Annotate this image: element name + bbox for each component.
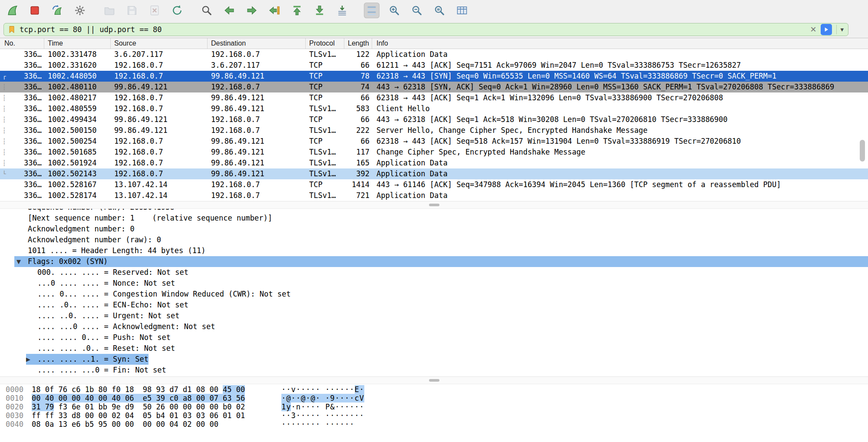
hex-row[interactable]: 001000 40 00 00 40 00 40 06 e5 39 c0 a8 … — [0, 394, 868, 402]
cell-time: 1002.448050 — [44, 71, 111, 82]
related-packet-marker — [0, 60, 9, 71]
hex-ascii: ··3····· ········ — [281, 411, 364, 420]
detail-line[interactable]: ▼Flags: 0x002 (SYN) — [0, 256, 868, 267]
cell-destination: 99.86.49.121 — [208, 136, 306, 147]
column-header-info[interactable]: Info — [372, 38, 868, 49]
collapse-arrow-icon[interactable]: ▼ — [17, 256, 28, 267]
display-filter-input[interactable]: tcp.port == 80 || udp.port == 80 ✕ ▾ — [3, 23, 848, 36]
packet-details-pane: Sequence number (raw): 2665041958[Next s… — [0, 209, 868, 376]
detail-line[interactable]: .... .... .0.. = Reset: Not set — [0, 343, 868, 354]
packet-list-scrollbar[interactable] — [860, 140, 865, 162]
cell-length: 583 — [344, 103, 372, 114]
hex-row[interactable]: 000018 0f 76 c6 1b 80 f0 18 98 93 d7 d1 … — [0, 385, 868, 394]
detail-line[interactable]: .... .0.. .... = ECN-Echo: Not set — [0, 300, 868, 310]
go-to-packet-button[interactable] — [267, 3, 282, 18]
colorize-button[interactable] — [364, 3, 380, 18]
cell-source: 99.86.49.121 — [111, 125, 208, 136]
auto-scroll-button[interactable] — [334, 3, 350, 18]
zoom-out-button[interactable] — [409, 3, 425, 18]
packet-row[interactable]: ┆336…1002.501685192.168.0.799.86.49.121T… — [0, 147, 868, 158]
column-header-destination[interactable]: Destination — [208, 38, 306, 49]
go-to-bottom-button[interactable] — [312, 3, 327, 18]
pane-splitter-bottom[interactable] — [0, 376, 868, 384]
cell-protocol: TLSv1… — [306, 158, 344, 168]
packet-row[interactable]: 336…1002.52817413.107.42.14192.168.0.7TL… — [0, 190, 868, 201]
filter-history-chevron-icon[interactable]: ▾ — [840, 26, 845, 33]
related-packet-marker: ┆ — [0, 114, 9, 125]
expand-arrow-icon[interactable]: ▶ — [26, 354, 37, 365]
packet-row[interactable]: 336…1002.331620192.168.0.73.6.207.117TCP… — [0, 60, 868, 71]
zoom-reset-button[interactable] — [432, 3, 447, 18]
pane-splitter-top[interactable] — [0, 201, 868, 209]
detail-line[interactable]: Acknowledgment number: 0 — [0, 224, 868, 234]
detail-line[interactable]: ▶.... .... ..1. = Syn: Set — [0, 354, 868, 365]
column-header-no[interactable]: No. — [0, 38, 44, 49]
detail-line[interactable]: 1011 .... = Header Length: 44 bytes (11) — [0, 245, 868, 256]
packet-row[interactable]: ┆336…1002.50015099.86.49.121192.168.0.7T… — [0, 125, 868, 136]
related-packet-marker — [0, 179, 9, 190]
cell-time: 1002.480559 — [44, 103, 111, 114]
related-packet-marker: ┆ — [0, 158, 9, 168]
packet-row[interactable]: └336…1002.502143192.168.0.799.86.49.121T… — [0, 168, 868, 179]
restart-capture-button[interactable] — [50, 3, 65, 18]
go-back-button[interactable] — [221, 3, 237, 18]
capture-options-button[interactable] — [72, 3, 88, 18]
filter-apply-button[interactable] — [821, 24, 832, 35]
packet-row[interactable]: ┆336…1002.480559192.168.0.799.86.49.121T… — [0, 103, 868, 114]
packet-row[interactable]: ┆336…1002.501924192.168.0.799.86.49.121T… — [0, 158, 868, 168]
cell-protocol: TCP — [306, 92, 344, 103]
packet-row[interactable]: 336…1002.52816713.107.42.14192.168.0.7TC… — [0, 179, 868, 190]
cell-destination: 99.86.49.121 — [208, 92, 306, 103]
column-header-protocol[interactable]: Protocol — [306, 38, 344, 49]
filter-bookmark-icon[interactable] — [7, 25, 16, 34]
go-forward-button[interactable] — [244, 3, 260, 18]
zoom-reset-icon — [433, 4, 446, 16]
cell-time: 1002.501685 — [44, 147, 111, 158]
hex-row[interactable]: 002031 79 f3 6e 01 bb 9e d9 50 26 00 00 … — [0, 402, 868, 411]
cell-source: 192.168.0.7 — [111, 168, 208, 179]
expander-spacer — [17, 209, 28, 213]
packet-row[interactable]: ┆336…1002.500254192.168.0.799.86.49.121T… — [0, 136, 868, 147]
detail-text: .... .... 0... = Push: Not set — [37, 332, 171, 343]
column-header-source[interactable]: Source — [111, 38, 208, 49]
start-capture-button[interactable] — [4, 3, 20, 18]
detail-line[interactable]: .... .... 0... = Push: Not set — [0, 332, 868, 343]
packet-row[interactable]: ┆336…1002.480217192.168.0.799.86.49.121T… — [0, 92, 868, 103]
find-packet-button[interactable] — [199, 3, 215, 18]
stop-capture-button[interactable] — [27, 3, 43, 18]
cell-destination: 99.86.49.121 — [208, 158, 306, 168]
detail-line[interactable]: .... ..0. .... = Urgent: Not set — [0, 310, 868, 321]
cell-info: 443 → 62318 [SYN, ACK] Seq=0 Ack=1 Win=2… — [372, 82, 868, 92]
hex-row[interactable]: 004008 0a 13 e6 b5 95 00 00 00 00 04 02 … — [0, 420, 868, 429]
detail-line[interactable]: Acknowledgment number (raw): 0 — [0, 234, 868, 245]
filter-clear-icon[interactable]: ✕ — [805, 25, 821, 34]
packet-row[interactable]: ┌336…1002.448050192.168.0.799.86.49.121T… — [0, 71, 868, 82]
detail-line[interactable]: Sequence number (raw): 2665041958 — [0, 209, 868, 213]
packet-row[interactable]: ┆336…1002.49943499.86.49.121192.168.0.7T… — [0, 114, 868, 125]
cell-no: 336… — [9, 82, 44, 92]
detail-text: .... .... ...0 = Fin: Not set — [37, 365, 166, 376]
zoom-in-button[interactable] — [386, 3, 402, 18]
resize-columns-button[interactable] — [454, 3, 470, 18]
detail-line[interactable]: 000. .... .... = Reserved: Not set — [0, 267, 868, 278]
detail-line[interactable]: .... 0... .... = Congestion Window Reduc… — [0, 289, 868, 300]
column-header-length[interactable]: Length — [344, 38, 372, 49]
detail-line[interactable]: [Next sequence number: 1 (relative seque… — [0, 213, 868, 224]
column-header-time[interactable]: Time — [44, 38, 111, 49]
detail-line[interactable]: ...0 .... .... = Nonce: Not set — [0, 278, 868, 289]
restart-fin-icon — [51, 4, 63, 16]
cell-destination: 192.168.0.7 — [208, 82, 306, 92]
detail-line[interactable]: .... ...0 .... = Acknowledgment: Not set — [0, 321, 868, 332]
packet-row[interactable]: 336…1002.3314783.6.207.117192.168.0.7TLS… — [0, 49, 868, 60]
cell-info: Application Data — [372, 190, 868, 201]
cell-protocol: TLSv1… — [306, 49, 344, 60]
cell-destination: 192.168.0.7 — [208, 114, 306, 125]
packet-row[interactable]: ┆336…1002.48011099.86.49.121192.168.0.7T… — [0, 82, 868, 92]
cell-protocol: TLSv1… — [306, 147, 344, 158]
cell-source: 192.168.0.7 — [111, 60, 208, 71]
reload-file-button[interactable] — [169, 3, 185, 18]
go-to-top-button[interactable] — [289, 3, 305, 18]
filter-text[interactable]: tcp.port == 80 || udp.port == 80 — [20, 25, 805, 34]
hex-row[interactable]: 0030ff ff 33 d8 00 00 02 04 05 b4 01 03 … — [0, 411, 868, 420]
detail-line[interactable]: .... .... ...0 = Fin: Not set — [0, 365, 868, 376]
